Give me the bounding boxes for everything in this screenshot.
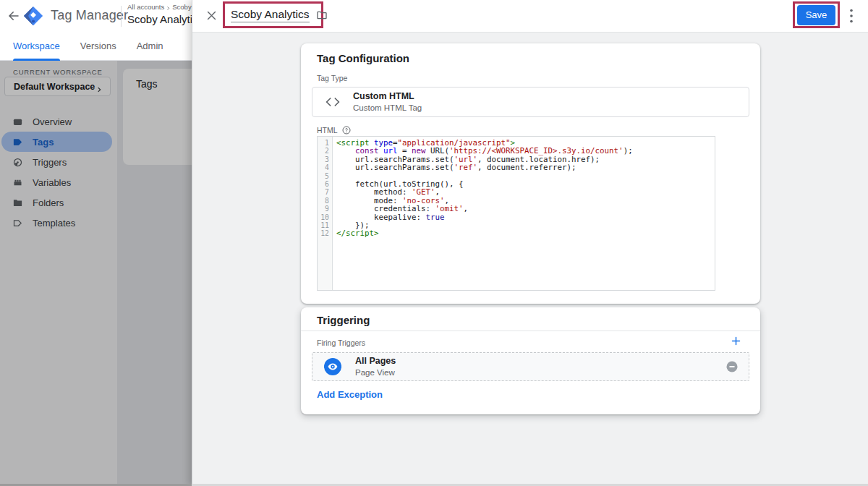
triggering-card: Triggering Firing Triggers (301, 307, 760, 414)
tab-versions[interactable]: Versions (80, 32, 116, 61)
annotation-box-title: Scoby Analytics (223, 1, 323, 28)
tag-type-description: Custom HTML Tag (353, 103, 422, 113)
tag-editor-header: Scoby Analytics Save (192, 0, 868, 33)
tag-type-selector[interactable]: Custom HTML Custom HTML Tag (312, 87, 749, 117)
tag-manager-logo-icon (22, 5, 44, 27)
html-code-editor[interactable]: 123456789101112 <script type="applicatio… (317, 136, 715, 291)
trigger-row-all-pages[interactable]: All Pages Page View (312, 352, 749, 381)
tag-configuration-card: Tag Configuration Tag Type Custom HTML C… (301, 43, 760, 304)
tag-type-name: Custom HTML (353, 91, 422, 103)
tag-editor-body: Tag Configuration Tag Type Custom HTML C… (192, 33, 868, 486)
code-brackets-icon (326, 97, 340, 107)
code-line: }); (336, 221, 633, 229)
tag-type-label: Tag Type (317, 74, 347, 82)
header-divider (121, 6, 122, 27)
annotation-box-save: Save (793, 1, 840, 28)
breadcrumb: All accounts Scoby Analytics Scoby Analy… (127, 3, 192, 30)
breadcrumb-container[interactable]: Scoby Analytics (172, 3, 192, 11)
tag-name-input[interactable]: Scoby Analytics (231, 8, 310, 22)
tab-workspace[interactable]: Workspace (13, 32, 60, 61)
add-exception-link[interactable]: Add Exception (317, 389, 383, 400)
close-icon[interactable] (205, 9, 218, 22)
code-line: url.searchParams.set('ref', document.ref… (336, 163, 633, 171)
html-field-label: HTML (317, 126, 351, 135)
remove-trigger-icon[interactable] (726, 360, 739, 373)
app-title: Tag Manager (51, 8, 128, 23)
firing-triggers-label: Firing Triggers (317, 338, 365, 347)
code-line: keepalive: true (336, 213, 633, 221)
code-line-numbers: 123456789101112 (318, 137, 333, 290)
tag-configuration-title: Tag Configuration (317, 52, 409, 64)
folder-icon[interactable] (316, 9, 328, 21)
chevron-right-icon (166, 4, 171, 9)
tab-admin[interactable]: Admin (137, 32, 163, 61)
container-title: Scoby Analytics (127, 13, 192, 25)
help-icon[interactable] (342, 126, 351, 135)
tag-editor-panel: Scoby Analytics Save Tag Configuration T… (192, 0, 868, 486)
screenshot-root: Tag Manager All accounts Scoby Analytics… (0, 0, 868, 486)
more-options-icon[interactable] (850, 9, 853, 23)
triggering-header: Triggering (301, 307, 760, 331)
pageview-trigger-icon (324, 358, 341, 375)
code-line: </script> (336, 229, 633, 237)
triggering-title: Triggering (317, 314, 370, 326)
trigger-type: Page View (355, 367, 396, 378)
save-button[interactable]: Save (797, 5, 835, 25)
add-trigger-icon[interactable] (731, 336, 741, 346)
back-arrow-icon[interactable] (7, 9, 20, 22)
breadcrumb-accounts[interactable]: All accounts (127, 3, 164, 11)
code-content[interactable]: <script type="application/javascript"> c… (333, 137, 633, 290)
trigger-name: All Pages (355, 355, 396, 367)
